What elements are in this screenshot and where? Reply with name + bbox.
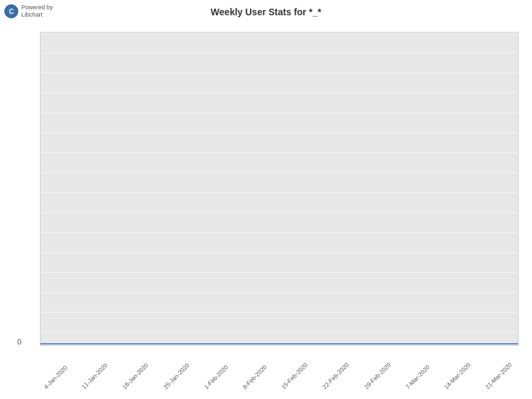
x-axis-label-1: 11-Jan-2020: [80, 362, 109, 390]
chart-plot-area: [40, 32, 519, 346]
x-axis-label-10: 14-Mar-2020: [443, 362, 472, 391]
chart-title: Weekly User Stats for *_*: [0, 7, 532, 17]
chart-container: C Powered by Libchart Weekly User Stats …: [0, 0, 532, 399]
x-axis-label-6: 15-Feb-2020: [280, 362, 309, 391]
x-axis-label-2: 18-Jan-2020: [121, 362, 150, 390]
x-axis-label-0: 4-Jan-2020: [43, 364, 68, 390]
x-axis-label-8: 29-Feb-2020: [363, 362, 392, 391]
data-line: [41, 343, 518, 344]
x-axis-label-9: 7-Mar-2020: [404, 364, 431, 390]
x-axis: 4-Jan-202011-Jan-202018-Jan-202025-Jan-2…: [40, 386, 519, 392]
x-axis-label-3: 25-Jan-2020: [162, 362, 191, 390]
x-axis-label-7: 22-Feb-2020: [321, 362, 350, 391]
x-axis-label-5: 8-Feb-2020: [241, 364, 268, 390]
x-axis-label-11: 21-Mar-2020: [484, 362, 513, 391]
x-axis-label-4: 1-Feb-2020: [203, 364, 229, 390]
y-axis-label-0: 0: [17, 338, 21, 346]
